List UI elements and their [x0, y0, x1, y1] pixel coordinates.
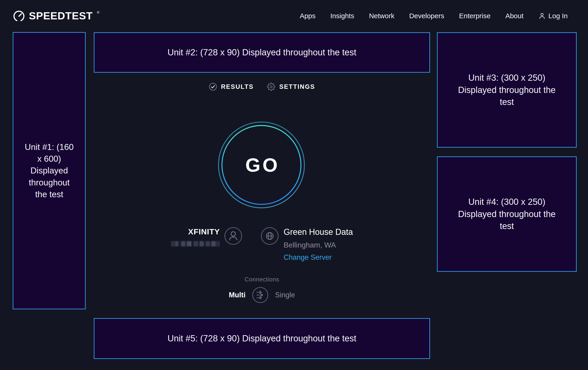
connections-option-single[interactable]: Single: [275, 291, 295, 299]
ad-unit-5-label: Unit #5: (728 x 90) Displayed throughout…: [168, 332, 356, 344]
ad-unit-4-label: Unit #4: (300 x 250) Displayed throughou…: [454, 196, 560, 232]
change-server-link[interactable]: Change Server: [284, 253, 332, 261]
isp-name: XFINITY: [188, 227, 220, 236]
ad-unit-2-label: Unit #2: (728 x 90) Displayed throughout…: [168, 46, 356, 58]
go-button-label: GO: [216, 120, 306, 210]
ad-unit-3[interactable]: Unit #3: (300 x 250) Displayed throughou…: [437, 32, 577, 148]
trademark-symbol: ®: [97, 10, 100, 14]
tab-settings-label: SETTINGS: [279, 83, 315, 90]
nav-item-apps[interactable]: Apps: [300, 12, 315, 20]
multi-connection-arrows-icon: [252, 287, 269, 303]
speedometer-gauge-icon: [13, 10, 25, 22]
ad-unit-1-label: Unit #1: (160 x 600) Displayed throughou…: [23, 141, 75, 200]
view-tabs: RESULTS SETTINGS: [94, 83, 430, 91]
person-icon: [538, 12, 546, 20]
connections-section: Connections Multi Single: [94, 276, 430, 303]
nav-item-about[interactable]: About: [505, 12, 523, 20]
gear-icon: [267, 83, 275, 91]
nav-item-network[interactable]: Network: [369, 12, 394, 20]
nav-item-developers[interactable]: Developers: [409, 12, 444, 20]
ad-unit-4[interactable]: Unit #4: (300 x 250) Displayed throughou…: [437, 156, 577, 272]
connections-toggle-row: Multi Single: [229, 287, 295, 303]
connections-toggle[interactable]: [252, 287, 269, 303]
server-block: Green House Data Bellingham, WA Change S…: [284, 226, 353, 261]
masked-ip-address: [171, 241, 220, 247]
server-location: Bellingham, WA: [284, 241, 336, 249]
main-nav: Apps Insights Network Developers Enterpr…: [300, 12, 568, 20]
brand-name: SPEEDTEST: [29, 10, 93, 22]
server-globe-icon: [261, 227, 279, 245]
nav-item-insights[interactable]: Insights: [330, 12, 354, 20]
server-name: Green House Data: [284, 227, 353, 237]
login-button[interactable]: Log In: [538, 12, 568, 20]
go-button[interactable]: GO: [216, 120, 306, 210]
isp-person-icon: [224, 227, 242, 245]
tab-results-label: RESULTS: [221, 83, 254, 90]
test-endpoints-row: XFINITY Green House Data Bellingham, WA …: [94, 226, 430, 261]
tab-settings[interactable]: SETTINGS: [267, 83, 315, 91]
isp-block: XFINITY: [171, 226, 220, 247]
connections-option-multi[interactable]: Multi: [229, 291, 245, 299]
check-circle-icon: [209, 83, 217, 91]
tab-results[interactable]: RESULTS: [209, 83, 254, 91]
ad-unit-1[interactable]: Unit #1: (160 x 600) Displayed throughou…: [13, 32, 86, 309]
ad-unit-3-label: Unit #3: (300 x 250) Displayed throughou…: [454, 72, 560, 108]
login-label: Log In: [548, 12, 568, 20]
ad-unit-5[interactable]: Unit #5: (728 x 90) Displayed throughout…: [94, 318, 430, 359]
connections-label: Connections: [94, 276, 430, 283]
speedtest-page: SPEEDTEST ® Apps Insights Network Develo…: [0, 0, 588, 370]
speedtest-logo[interactable]: SPEEDTEST ®: [13, 10, 100, 22]
ad-unit-2[interactable]: Unit #2: (728 x 90) Displayed throughout…: [94, 32, 430, 73]
header: SPEEDTEST ® Apps Insights Network Develo…: [0, 0, 588, 32]
nav-item-enterprise[interactable]: Enterprise: [459, 12, 491, 20]
